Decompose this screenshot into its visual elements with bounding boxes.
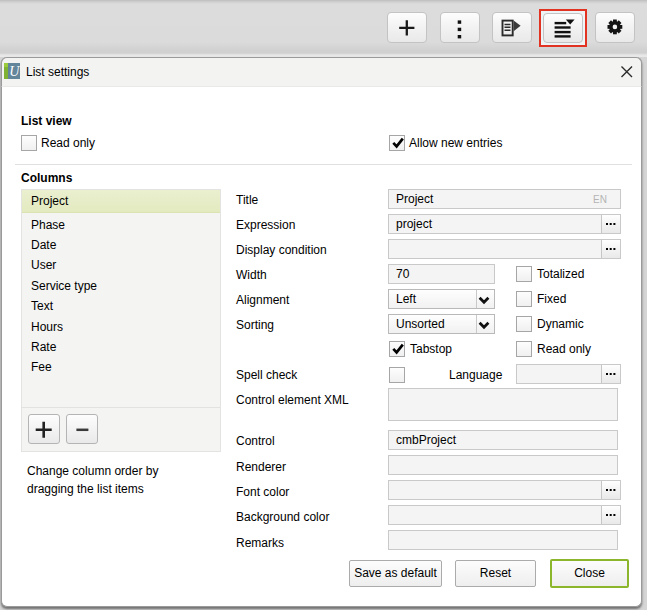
svg-text:U: U: [9, 64, 20, 79]
